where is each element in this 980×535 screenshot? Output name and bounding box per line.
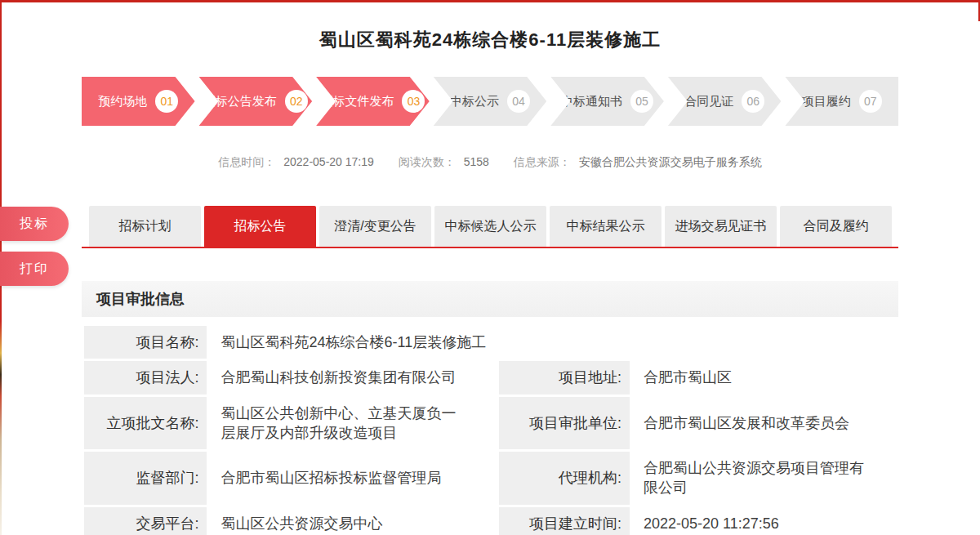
step-label: 预约场地 (98, 94, 147, 109)
field-label: 立项批文名称: (84, 397, 207, 450)
read-count-value: 5158 (464, 155, 489, 168)
field-label: 监督部门: (84, 452, 207, 505)
info-time-label: 信息时间： (218, 155, 275, 168)
section-title: 项目审批信息 (82, 281, 898, 317)
page-title: 蜀山区蜀科苑24栋综合楼6-11层装修施工 (82, 0, 898, 52)
step-item-03: 招标文件发布03 (316, 77, 430, 126)
bid-button[interactable]: 投标 (0, 207, 69, 241)
field-value: 合肥蜀山科技创新投资集团有限公司 (209, 361, 496, 394)
table-row: 立项批文名称:蜀山区公共创新中心、立基天厦负一层展厅及内部升级改造项目项目审批单… (84, 397, 896, 450)
step-item-07: 项目履约07 (785, 77, 898, 126)
step-label: 招标公告发布 (203, 94, 277, 109)
field-value: 合肥蜀山公共资源交易项目管理有限公司 (632, 452, 896, 505)
print-button[interactable]: 打印 (0, 252, 69, 286)
approval-table: 项目名称:蜀山区蜀科苑24栋综合楼6-11层装修施工项目法人:合肥蜀山科技创新投… (82, 323, 898, 535)
main-content: 蜀山区蜀科苑24栋综合楼6-11层装修施工 预约场地01招标公告发布02招标文件… (82, 0, 898, 535)
step-number-badge: 02 (285, 90, 308, 113)
step-item-05: 中标通知书05 (550, 77, 664, 126)
info-source-label: 信息来源： (514, 155, 571, 168)
step-number-badge: 01 (155, 90, 178, 113)
field-value: 合肥市蜀山区发展和改革委员会 (632, 397, 896, 450)
tab-3[interactable]: 澄清/变更公告 (319, 206, 431, 247)
field-value: 合肥市蜀山区招标投标监督管理局 (209, 452, 496, 505)
field-label: 项目名称: (84, 326, 207, 359)
table-row: 交易平台:蜀山区公共资源交易中心项目建立时间:2022-05-20 11:27:… (84, 507, 896, 535)
tabs-underline: 招标计划招标公告澄清/变更公告中标候选人公示中标结果公示进场交易见证书合同及履约 (82, 206, 898, 248)
tab-6[interactable]: 进场交易见证书 (665, 206, 777, 247)
top-accent-bar (0, 0, 980, 2)
table-row: 监督部门:合肥市蜀山区招标投标监督管理局代理机构:合肥蜀山公共资源交易项目管理有… (84, 452, 896, 505)
field-label: 项目建立时间: (499, 507, 630, 535)
info-source-value: 安徽合肥公共资源交易电子服务系统 (579, 155, 762, 168)
field-label: 代理机构: (499, 452, 630, 505)
tab-1[interactable]: 招标计划 (89, 206, 201, 247)
field-value: 2022-05-20 11:27:56 (632, 507, 896, 535)
step-label: 中标公示 (450, 94, 499, 109)
approval-table-body: 项目名称:蜀山区蜀科苑24栋综合楼6-11层装修施工项目法人:合肥蜀山科技创新投… (84, 326, 896, 535)
tab-4[interactable]: 中标候选人公示 (434, 206, 546, 247)
step-number-badge: 04 (507, 90, 530, 113)
tabs-bar: 招标计划招标公告澄清/变更公告中标候选人公示中标结果公示进场交易见证书合同及履约 (82, 206, 898, 247)
step-number-badge: 07 (859, 90, 882, 113)
field-value: 蜀山区公共资源交易中心 (209, 507, 496, 535)
tab-5[interactable]: 中标结果公示 (550, 206, 662, 247)
step-label: 合同见证 (684, 94, 733, 109)
field-value: 蜀山区公共创新中心、立基天厦负一层展厅及内部升级改造项目 (209, 397, 496, 450)
step-number-badge: 06 (742, 90, 764, 113)
field-value: 蜀山区蜀科苑24栋综合楼6-11层装修施工 (209, 326, 896, 359)
meta-line: 信息时间：2022-05-20 17:19 阅读次数：5158 信息来源：安徽合… (82, 155, 898, 170)
table-row: 项目法人:合肥蜀山科技创新投资集团有限公司项目地址:合肥市蜀山区 (84, 361, 896, 394)
step-item-06: 合同见证06 (668, 77, 782, 126)
table-row: 项目名称:蜀山区蜀科苑24栋综合楼6-11层装修施工 (84, 326, 896, 359)
step-item-02: 招标公告发布02 (199, 77, 313, 126)
step-item-04: 中标公示04 (434, 77, 547, 126)
tab-7[interactable]: 合同及履约 (780, 206, 892, 247)
step-number-badge: 05 (630, 90, 653, 113)
read-count-label: 阅读次数： (399, 155, 456, 168)
field-value: 合肥市蜀山区 (632, 361, 896, 394)
tab-2[interactable]: 招标公告 (204, 206, 316, 247)
field-label: 项目审批单位: (499, 397, 630, 450)
field-label: 项目法人: (84, 361, 207, 394)
info-time-value: 2022-05-20 17:19 (283, 155, 374, 168)
step-label: 项目履约 (802, 94, 851, 109)
steps-bar: 预约场地01招标公告发布02招标文件发布03中标公示04中标通知书05合同见证0… (82, 77, 898, 126)
step-label: 招标文件发布 (320, 94, 394, 109)
step-label: 中标通知书 (561, 94, 622, 109)
step-number-badge: 03 (402, 90, 425, 113)
field-label: 交易平台: (84, 507, 207, 535)
step-item-01: 预约场地01 (82, 77, 195, 126)
field-label: 项目地址: (499, 361, 630, 394)
